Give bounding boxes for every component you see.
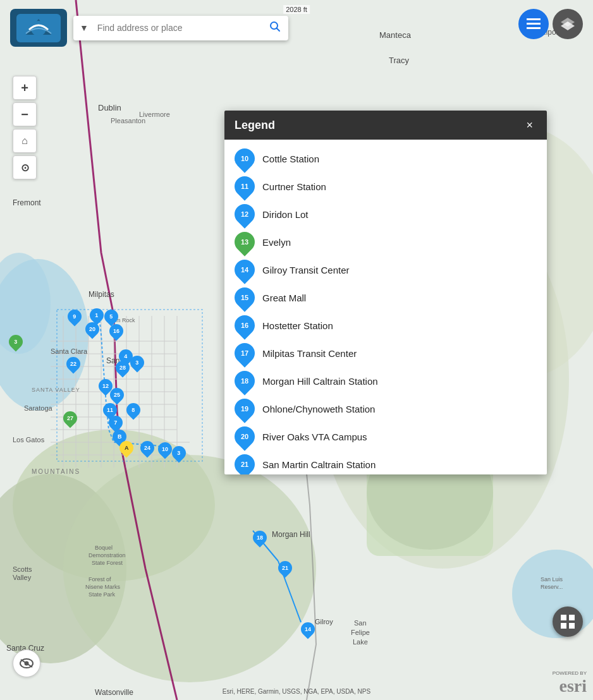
svg-text:Demonstration: Demonstration xyxy=(89,552,126,558)
svg-text:Tracy: Tracy xyxy=(389,56,410,65)
svg-rect-82 xyxy=(569,623,575,629)
svg-text:Boquel: Boquel xyxy=(95,545,113,551)
hide-button[interactable] xyxy=(13,649,40,677)
legend-item[interactable]: 12Diridon Lot xyxy=(224,200,547,228)
svg-text:Forest of: Forest of xyxy=(89,576,111,582)
legend-header: Legend × xyxy=(224,111,547,140)
svg-text:Saratoga: Saratoga xyxy=(24,404,53,412)
search-button[interactable] xyxy=(262,16,288,40)
svg-line-85 xyxy=(21,660,32,667)
svg-text:Scotts: Scotts xyxy=(13,565,32,573)
legend-item-label: River Oaks VTA Campus xyxy=(262,431,367,442)
svg-rect-80 xyxy=(569,615,575,620)
legend-item[interactable]: 16Hostetter Station xyxy=(224,311,547,339)
svg-text:Watsonville: Watsonville xyxy=(95,688,133,697)
legend-item-label: San Martin Caltrain Station xyxy=(262,459,376,470)
legend-item-label: Milpitas Transit Center xyxy=(262,348,357,359)
legend-body[interactable]: 10Cottle Station11Curtner Station12Dirid… xyxy=(224,140,547,474)
map-pin-pin-8[interactable]: 8 xyxy=(126,403,140,417)
legend-item[interactable]: 21San Martin Caltrain Station xyxy=(224,450,547,474)
legend-item-label: Cottle Station xyxy=(262,154,319,164)
legend-item-label: Gilroy Transit Center xyxy=(262,265,350,275)
map-pin-pin-25[interactable]: 25 xyxy=(110,388,124,402)
svg-text:Santa Clara: Santa Clara xyxy=(51,347,88,355)
logo-button[interactable] xyxy=(10,9,67,47)
search-container: ▼ xyxy=(73,16,288,40)
map-pin-pin-21b[interactable]: 21 xyxy=(278,561,292,575)
legend-item-label: Diridon Lot xyxy=(262,209,309,220)
map-pin-pin-A[interactable]: A xyxy=(119,441,133,455)
legend-panel: Legend × 10Cottle Station11Curtner Stati… xyxy=(224,111,547,474)
svg-text:Fremont: Fremont xyxy=(13,198,41,207)
legend-item-label: Ohlone/Chynoweth Station xyxy=(262,404,375,414)
attribution-bar: Esri, HERE, Garmin, USGS, NGA, EPA, USDA… xyxy=(223,688,370,695)
map-pin-pin-16b[interactable]: 16 xyxy=(109,324,123,338)
legend-item[interactable]: 18Morgan Hill Caltrain Station xyxy=(224,367,547,395)
legend-item-label: Morgan Hill Caltrain Station xyxy=(262,376,378,387)
map-pin-pin-28[interactable]: 28 xyxy=(116,361,130,375)
legend-item-label: Curtner Station xyxy=(262,181,326,192)
map-pin-pin-9[interactable]: 9 xyxy=(68,310,82,323)
map-pin-pin-3b[interactable]: 3 xyxy=(172,446,186,460)
search-input[interactable] xyxy=(95,16,262,39)
map-pin-pin-7[interactable]: 7 xyxy=(109,416,123,430)
map-pin-pin-22[interactable]: 22 xyxy=(66,357,80,371)
legend-item[interactable]: 20River Oaks VTA Campus xyxy=(224,423,547,450)
svg-text:State Forest: State Forest xyxy=(92,560,123,566)
svg-text:San Luis: San Luis xyxy=(541,576,563,582)
attribution-text: Esri, HERE, Garmin, USGS, NGA, EPA, USDA… xyxy=(223,688,370,695)
map-pin-pin-5[interactable]: 5 xyxy=(104,310,118,323)
map-pin-pin-3c[interactable]: 3 xyxy=(9,335,23,349)
legend-item-label: Great Mall xyxy=(262,293,306,303)
svg-text:Pleasanton: Pleasanton xyxy=(111,117,145,124)
legend-item[interactable]: 15Great Mall xyxy=(224,284,547,311)
locate-button[interactable]: ⊙ xyxy=(13,155,37,179)
esri-brand-text: esri xyxy=(559,677,587,695)
svg-text:Lake: Lake xyxy=(353,638,368,646)
map-pin-pin-20[interactable]: 20 xyxy=(85,322,99,336)
svg-text:MOUNTAINS: MOUNTAINS xyxy=(32,468,80,475)
svg-text:Milpitas: Milpitas xyxy=(89,290,114,299)
svg-text:Reserv...: Reserv... xyxy=(541,584,563,590)
map-container[interactable]: Dublin Livermore Pleasanton Fremont Milp… xyxy=(0,0,593,700)
search-dropdown-button[interactable]: ▼ xyxy=(73,18,95,38)
map-pin-pin-14b[interactable]: 14 xyxy=(301,622,315,636)
svg-text:Dublin: Dublin xyxy=(98,103,121,112)
legend-item[interactable]: 11Curtner Station xyxy=(224,172,547,200)
legend-item-label: Hostetter Station xyxy=(262,320,333,331)
map-controls: + − ⌂ ⊙ xyxy=(13,76,37,179)
map-pin-pin-10b[interactable]: 10 xyxy=(158,442,172,456)
legend-item[interactable]: 14Gilroy Transit Center xyxy=(224,256,547,284)
map-pin-pin-3[interactable]: 3 xyxy=(130,356,144,370)
legend-item[interactable]: 19Ohlone/Chynoweth Station xyxy=(224,395,547,423)
grid-button[interactable] xyxy=(553,606,583,637)
svg-line-73 xyxy=(277,28,280,31)
esri-powered-text: POWERED BY xyxy=(553,670,587,676)
svg-rect-79 xyxy=(561,615,566,620)
legend-item[interactable]: 17Milpitas Transit Center xyxy=(224,339,547,367)
svg-text:Nisene Marks: Nisene Marks xyxy=(85,584,121,590)
map-pin-pin-24[interactable]: 24 xyxy=(140,441,154,455)
map-pin-pin-18b[interactable]: 18 xyxy=(253,531,267,545)
svg-text:Los Gatos: Los Gatos xyxy=(13,436,45,444)
legend-item[interactable]: 10Cottle Station xyxy=(224,145,547,172)
legend-close-button[interactable]: × xyxy=(522,118,537,132)
legend-title: Legend xyxy=(235,119,275,132)
svg-text:Valley: Valley xyxy=(13,574,32,581)
home-button[interactable]: ⌂ xyxy=(13,129,37,153)
legend-item-label: Evelyn xyxy=(262,237,291,248)
svg-rect-81 xyxy=(561,623,566,629)
svg-text:San: San xyxy=(354,619,367,627)
svg-text:Felipe: Felipe xyxy=(351,629,370,636)
zoom-in-button[interactable]: + xyxy=(13,76,37,100)
map-pin-pin-27[interactable]: 27 xyxy=(63,411,77,425)
svg-text:Morgan Hill: Morgan Hill xyxy=(272,530,310,539)
svg-text:Gilroy: Gilroy xyxy=(315,618,333,625)
svg-text:SANTA VALLEY: SANTA VALLEY xyxy=(32,387,80,393)
zoom-out-button[interactable]: − xyxy=(13,102,37,126)
map-pin-pin-1[interactable]: 1 xyxy=(90,308,104,322)
esri-logo: POWERED BY esri xyxy=(553,670,587,695)
legend-item[interactable]: 13Evelyn xyxy=(224,228,547,256)
top-bar: ▼ xyxy=(0,9,593,47)
svg-text:State Park: State Park xyxy=(89,591,116,598)
